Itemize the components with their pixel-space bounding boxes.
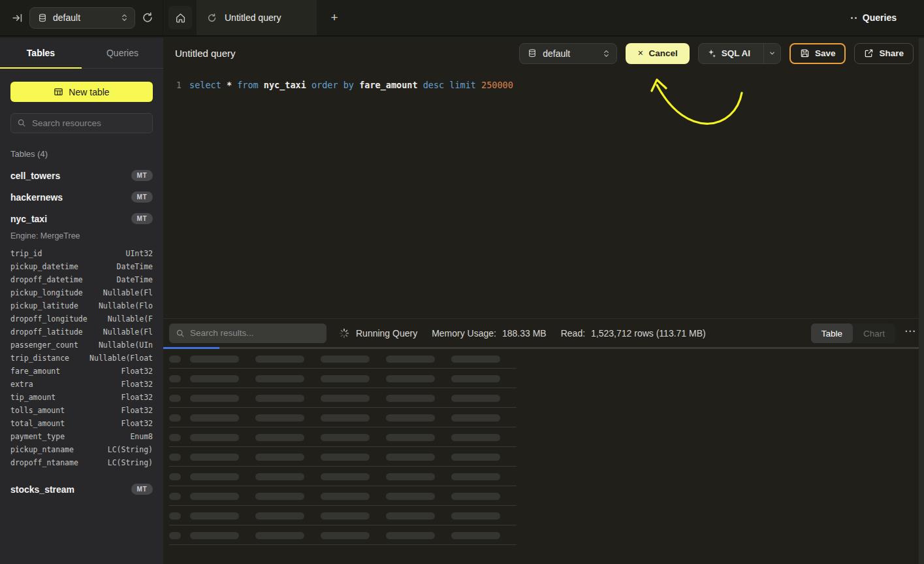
database-selector[interactable]: default: [29, 7, 135, 29]
skeleton-row: [169, 467, 517, 486]
table-name: nyc_taxi: [10, 214, 47, 224]
column-row: payment_typeEnum8: [10, 430, 153, 443]
skeleton-cell: [169, 473, 181, 480]
column-row: dropoff_ntanameLC(String): [10, 456, 153, 469]
skeleton-cell: [386, 512, 435, 520]
cancel-button[interactable]: ✕ Cancel: [626, 43, 690, 64]
refresh-button[interactable]: [142, 12, 153, 24]
skeleton-cell: [255, 473, 304, 480]
table-row-hackernews[interactable]: hackernewsMT: [10, 186, 153, 208]
column-name: trip_id: [10, 249, 42, 258]
scrollbar[interactable]: [919, 38, 924, 564]
column-row: dropoff_datetimeDateTime: [10, 273, 153, 286]
save-icon: [800, 48, 810, 58]
results-toolbar: Running Query Memory Usage: 188.33 MB Re…: [163, 319, 924, 347]
skeleton-cell: [321, 454, 370, 461]
sql-ai-button[interactable]: SQL AI: [698, 43, 781, 64]
sidebar-tab-tables[interactable]: Tables: [0, 38, 82, 68]
search-resources-input[interactable]: [10, 113, 153, 133]
database-selector-value: default: [53, 12, 115, 23]
skeleton-cell: [190, 375, 239, 382]
skeleton-cell: [451, 473, 500, 480]
column-name: pickup_ntaname: [10, 445, 74, 454]
tab-untitled-query[interactable]: Untitled query: [197, 0, 317, 35]
chevron-updown-icon: [121, 13, 128, 22]
more-options-button[interactable]: ⋯: [904, 325, 916, 337]
share-button[interactable]: Share: [854, 43, 914, 64]
column-row: tolls_amountFloat32: [10, 404, 153, 417]
column-type: Nullable(UIn: [99, 340, 153, 350]
tab-strip: Untitled query +: [163, 0, 851, 35]
view-toggle-chart[interactable]: Chart: [853, 323, 895, 343]
column-row: trip_idUInt32: [10, 247, 153, 260]
sparkle-icon: [707, 48, 716, 58]
sql-ai-label: SQL AI: [722, 48, 750, 58]
table-grid-icon: [54, 87, 63, 97]
sidebar-tab-queries[interactable]: Queries: [82, 38, 163, 68]
queries-menu-button[interactable]: Queries: [851, 12, 924, 23]
sql-ai-dropdown-segment[interactable]: [763, 44, 780, 63]
column-type: Nullable(F: [108, 314, 153, 323]
skeleton-cell: [451, 375, 500, 382]
skeleton-row: [169, 486, 517, 506]
view-toggle-table[interactable]: Table: [811, 323, 853, 343]
skeleton-cell: [321, 512, 370, 520]
column-name: dropoff_latitude: [10, 327, 83, 337]
skeleton-cell: [386, 454, 435, 461]
new-tab-button[interactable]: +: [325, 8, 344, 27]
column-type: Enum8: [130, 432, 153, 441]
share-icon: [864, 48, 874, 58]
column-name: total_amount: [10, 419, 65, 428]
read-value: 1,523,712 rows (113.71 MB): [591, 328, 706, 339]
column-type: DateTime: [117, 262, 153, 271]
home-icon: [175, 12, 186, 24]
home-button[interactable]: [168, 6, 192, 29]
skeleton-cell: [386, 434, 435, 441]
query-status: Running Query: [356, 328, 417, 339]
new-table-button[interactable]: New table: [10, 82, 153, 102]
skeleton-cell: [169, 434, 181, 441]
column-row: fare_amountFloat32: [10, 365, 153, 378]
close-icon: ✕: [637, 49, 643, 58]
query-database-selector[interactable]: default: [519, 43, 617, 64]
save-button[interactable]: Save: [789, 43, 846, 64]
table-row-nyc_taxi[interactable]: nyc_taxiMT: [10, 208, 153, 229]
sql-ai-main-segment[interactable]: SQL AI: [699, 44, 758, 63]
memory-usage-label: Memory Usage:: [432, 328, 496, 339]
skeleton-cell: [451, 493, 500, 500]
sql-token-keyword: limit: [449, 80, 481, 90]
sidebar: Tables Queries New table Tables (4) cell…: [0, 38, 163, 564]
skeleton-cell: [255, 375, 304, 382]
share-label: Share: [879, 48, 904, 58]
skeleton-cell: [386, 356, 435, 363]
column-name: tolls_amount: [10, 406, 65, 415]
column-type: Float32: [121, 393, 153, 402]
skeleton-cell: [451, 512, 500, 520]
skeleton-cell: [255, 414, 304, 422]
column-type: Float32: [121, 406, 153, 415]
skeleton-row: [169, 506, 517, 525]
skeleton-row: [169, 349, 517, 369]
search-results-input[interactable]: [169, 323, 327, 343]
column-row: pickup_datetimeDateTime: [10, 260, 153, 273]
column-name: fare_amount: [10, 367, 60, 376]
table-row-cell_towers[interactable]: cell_towersMT: [10, 165, 153, 186]
table-row-stocks_stream[interactable]: stocks_streamMT: [10, 478, 153, 500]
sql-token-keyword: order by: [311, 80, 359, 90]
column-row: dropoff_latitudeNullable(Fl: [10, 325, 153, 339]
skeleton-cell: [190, 356, 239, 363]
results-loading-skeleton: [163, 349, 924, 545]
query-database-selector-value: default: [543, 48, 597, 59]
table-columns-list: trip_idUInt32pickup_datetimeDateTimedrop…: [10, 247, 153, 469]
column-name: extra: [10, 380, 33, 389]
column-name: pickup_longitude: [10, 288, 83, 297]
skeleton-cell: [451, 395, 500, 402]
database-icon: [38, 13, 47, 23]
skeleton-cell: [321, 395, 370, 402]
chevron-down-icon: [769, 50, 776, 57]
sql-editor[interactable]: 1 select * from nyc_taxi order by fare_a…: [163, 69, 924, 318]
skeleton-cell: [321, 375, 370, 382]
skeleton-row: [169, 525, 517, 545]
collapse-sidebar-button[interactable]: [12, 12, 23, 24]
skeleton-cell: [190, 395, 239, 402]
